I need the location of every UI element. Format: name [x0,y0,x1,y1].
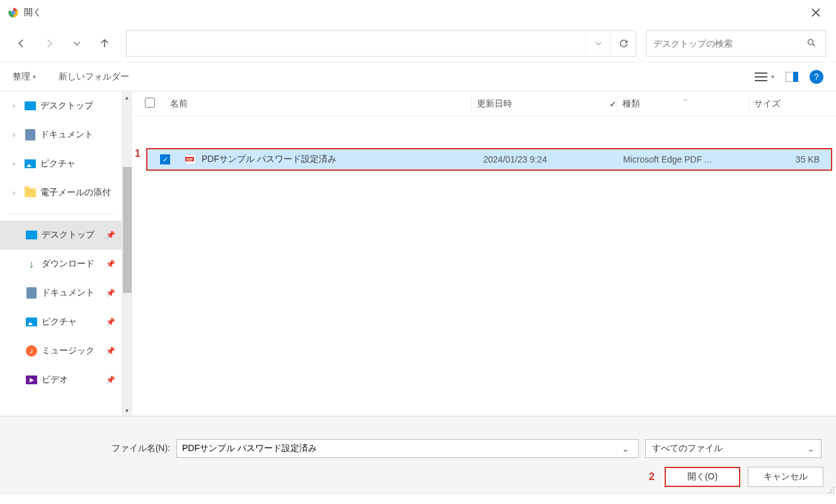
row-checkbox[interactable]: ✓ [160,154,185,164]
column-date[interactable]: 更新日時 ✓ [477,98,617,110]
dropdown-icon: ▾ [771,73,774,80]
resize-grip[interactable] [826,485,835,494]
tree-separator [8,214,114,214]
pin-icon: 📌 [106,318,115,326]
preview-pane-button[interactable] [786,72,798,82]
svg-point-4 [12,11,14,14]
pictures-icon [25,316,38,328]
chevron-right-icon[interactable]: › [8,188,20,197]
tree-item-email-attach[interactable]: › 電子メールの添付 [0,178,122,207]
svg-point-14 [828,492,829,493]
svg-point-5 [808,39,813,44]
back-button[interactable] [10,32,33,55]
annotation-1: 1 [135,148,140,159]
close-button[interactable] [803,0,828,25]
chrome-icon [8,7,19,18]
file-size-cell: 35 KB [749,154,831,164]
folder-icon [24,186,37,199]
titlebar: 開く [0,0,836,25]
quick-item-documents[interactable]: ドキュメント 📌 [0,278,122,307]
open-button[interactable]: 開く(O) [665,467,740,487]
video-icon: ▶ [25,374,38,386]
pin-icon: 📌 [106,231,115,239]
filename-dropdown-icon[interactable]: ⌄ [618,444,633,454]
scroll-up-button[interactable]: ▴ [122,91,132,103]
window-title: 開く [24,7,803,18]
desktop-icon [24,100,37,112]
checkmark-icon: ✓ [609,99,617,109]
filename-label: ファイル名(N): [13,443,170,454]
recent-dropdown[interactable] [66,32,88,55]
scroll-down-button[interactable]: ▾ [122,404,132,416]
pin-icon: 📌 [106,289,115,297]
column-size[interactable]: サイズ [754,98,836,110]
file-list: 名前 更新日時 ✓ ⌃ 種類 サイズ 1 ✓ [132,91,836,416]
refresh-button[interactable] [610,31,636,56]
sidebar-scrollbar[interactable]: ▴ ▾ [122,91,132,416]
search-icon[interactable] [806,38,819,50]
svg-point-11 [833,487,834,488]
svg-point-12 [830,490,832,491]
column-type[interactable]: ⌃ 種類 [622,98,748,110]
chevron-right-icon[interactable]: › [8,159,20,168]
filename-input[interactable] [182,444,618,454]
download-icon: ↓ [25,258,38,270]
main-area: › デスクトップ › ドキュメント › ピクチャ › 電子メールの添付 [0,91,836,416]
search-box[interactable] [646,30,826,57]
music-icon: ♪ [25,345,38,357]
pictures-icon [24,158,37,170]
select-all-checkbox[interactable] [145,98,170,110]
dialog-footer: ファイル名(N): ⌄ すべてのファイル ⌄ 2 開く(O) キャンセル [0,416,836,495]
quick-item-pictures[interactable]: ピクチャ 📌 [0,307,122,336]
svg-point-13 [833,490,834,491]
pin-icon: 📌 [106,346,115,355]
address-bar[interactable] [126,30,636,57]
new-folder-button[interactable]: 新しいフォルダー [59,71,129,83]
svg-point-16 [833,492,834,493]
pdf-icon: PDF [185,154,197,165]
file-date-cell: 2024/01/23 9:24 [483,154,623,164]
file-row[interactable]: ✓ PDF PDFサンプル パスワード設定済み 2024/01/23 9:24 … [146,148,832,171]
pin-icon: 📌 [106,260,115,268]
quick-item-music[interactable]: ♪ ミュージック 📌 [0,336,122,365]
sort-indicator-icon: ⌃ [622,98,748,105]
file-type-cell: Microsoft Edge PDF ... [623,154,749,164]
tree-item-documents[interactable]: › ドキュメント [0,120,122,149]
svg-point-15 [830,492,832,493]
scrollbar-thumb[interactable] [123,167,132,293]
tree-item-desktop[interactable]: › デスクトップ [0,91,122,120]
svg-rect-7 [793,72,798,82]
tree-item-pictures[interactable]: › ピクチャ [0,149,122,178]
filename-input-wrapper[interactable]: ⌄ [176,439,639,458]
organize-button[interactable]: 整理 ▾ [13,71,36,83]
quick-item-desktop[interactable]: デスクトップ 📌 [0,220,122,249]
document-icon [25,287,38,299]
desktop-icon [25,229,38,241]
cancel-button[interactable]: キャンセル [748,467,823,487]
document-icon [24,129,37,141]
dropdown-icon: ⌄ [807,444,815,454]
quick-item-video[interactable]: ▶ ビデオ 📌 [0,365,122,394]
svg-text:PDF: PDF [186,158,193,161]
forward-button[interactable] [38,32,60,55]
navigation-toolbar [0,25,836,62]
chevron-right-icon[interactable]: › [8,130,20,139]
pin-icon: 📌 [106,375,115,384]
organize-toolbar: 整理 ▾ 新しいフォルダー ▾ ? [0,62,836,91]
sidebar: › デスクトップ › ドキュメント › ピクチャ › 電子メールの添付 [0,91,132,416]
annotation-2: 2 [649,471,655,483]
file-name-cell: PDF PDFサンプル パスワード設定済み [185,154,483,165]
help-button[interactable]: ? [810,70,823,84]
address-dropdown-icon[interactable] [585,31,610,56]
view-mode-button[interactable]: ▾ [755,72,774,82]
chevron-right-icon[interactable]: › [8,101,20,110]
file-type-filter[interactable]: すべてのファイル ⌄ [645,439,822,458]
column-headers: 名前 更新日時 ✓ ⌃ 種類 サイズ [132,91,836,117]
quick-item-downloads[interactable]: ↓ ダウンロード 📌 [0,249,122,278]
dropdown-icon: ▾ [33,73,36,80]
column-name[interactable]: 名前 [170,98,471,110]
up-button[interactable] [93,32,116,55]
search-input[interactable] [653,38,806,49]
